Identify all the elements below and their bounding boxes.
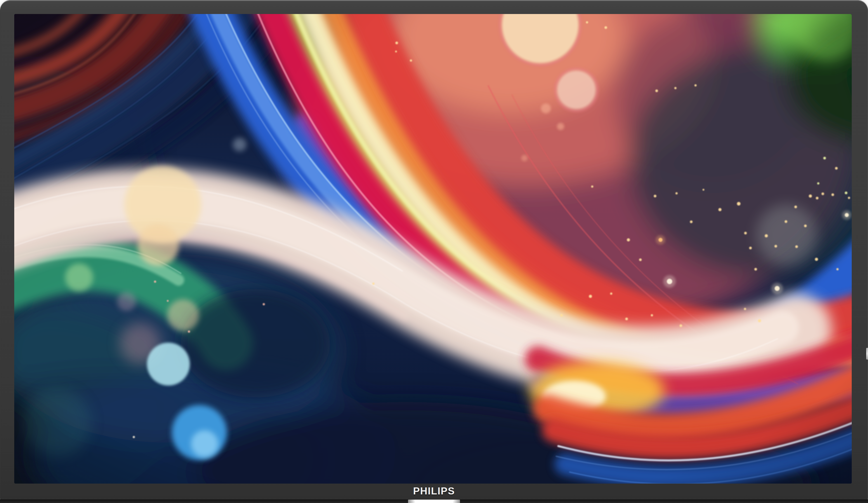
side-port-slot xyxy=(866,348,868,359)
vignette xyxy=(14,14,852,484)
stand-foot xyxy=(408,500,460,503)
product-photo-stage: PHILIPS xyxy=(0,0,868,503)
wallpaper-art xyxy=(14,14,852,484)
monitor-frame: PHILIPS xyxy=(0,0,868,503)
brand-logo: PHILIPS xyxy=(413,486,455,496)
monitor-screen xyxy=(14,14,852,484)
